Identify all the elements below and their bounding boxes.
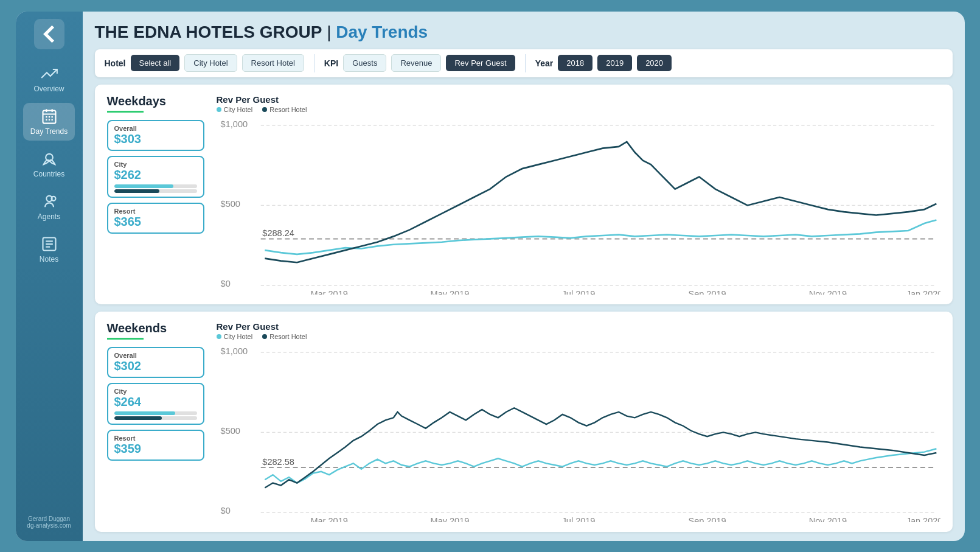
revenue-button[interactable]: Revenue	[391, 54, 441, 72]
weekdays-city-bar2-container	[114, 189, 197, 193]
weekdays-chart: Rev Per Guest City Hotel Resort Hotel $1…	[217, 94, 940, 295]
user-name: Gerard Duggan	[27, 515, 71, 522]
weekdays-svg-wrap: $1,000 $500 $0 $288.24 Mar 2019	[217, 116, 940, 295]
weekdays-svg: $1,000 $500 $0 $288.24 Mar 2019	[217, 116, 940, 295]
svg-text:$282.58: $282.58	[262, 457, 294, 467]
weekends-title: Weekends	[107, 321, 204, 335]
guests-button[interactable]: Guests	[343, 54, 386, 72]
svg-text:May 2019: May 2019	[430, 288, 469, 295]
svg-text:Jul 2019: Jul 2019	[561, 516, 595, 522]
weekends-overall-label: Overall	[114, 352, 197, 359]
app-container: Overview Day Trends	[16, 12, 965, 541]
user-site: dg-analysis.com	[27, 522, 71, 529]
weekend-city-dot	[217, 334, 221, 339]
svg-text:Mar 2019: Mar 2019	[310, 516, 347, 522]
resort-hotel-button[interactable]: Resort Hotel	[242, 54, 304, 72]
rev-per-guest-button[interactable]: Rev Per Guest	[446, 55, 515, 71]
svg-text:Nov 2019: Nov 2019	[808, 288, 846, 295]
svg-text:$500: $500	[220, 426, 240, 436]
svg-text:$0: $0	[220, 279, 230, 288]
sidebar-item-day-trends[interactable]: Day Trends	[23, 103, 75, 141]
weekends-city-bar2	[114, 416, 162, 420]
resort-hotel-dot	[262, 107, 267, 112]
weekdays-legend-resort: Resort Hotel	[262, 106, 307, 113]
year-filter-label: Year	[535, 58, 554, 68]
sidebar-item-overview[interactable]: Overview	[23, 60, 75, 98]
weekdays-city-bar2	[114, 189, 160, 193]
svg-text:Jan 2020: Jan 2020	[906, 288, 940, 295]
select-all-button[interactable]: Select all	[131, 55, 180, 71]
city-hotel-dot	[217, 107, 221, 112]
sidebar: Overview Day Trends	[16, 12, 83, 541]
title-separator: |	[327, 23, 336, 41]
weekends-kpi-title: Rev Per Guest	[217, 321, 940, 332]
weekends-city-label: City	[114, 388, 197, 395]
hotel-filter-group: Hotel Select all City Hotel Resort Hotel	[105, 54, 304, 72]
year-2020-button[interactable]: 2020	[637, 55, 672, 71]
sidebar-item-agents-label: Agents	[38, 212, 60, 221]
hotel-filter-label: Hotel	[105, 58, 126, 68]
weekends-resort-label: Resort	[114, 435, 197, 442]
weekends-overall-box: Overall $302	[107, 347, 204, 378]
filter-sep-1	[314, 54, 315, 72]
weekdays-city-value: $262	[114, 168, 197, 182]
weekdays-city-bar	[114, 184, 174, 188]
weekdays-underline	[107, 111, 144, 113]
sidebar-item-countries[interactable]: Countries	[23, 145, 75, 183]
weekdays-title: Weekdays	[107, 94, 204, 108]
weekdays-city-box: City $262	[107, 156, 204, 198]
sidebar-user-info: Gerard Duggan dg-analysis.com	[27, 515, 71, 534]
weekdays-legend: City Hotel Resort Hotel	[217, 106, 940, 113]
year-2019-button[interactable]: 2019	[597, 55, 632, 71]
sidebar-item-day-trends-label: Day Trends	[30, 127, 68, 136]
svg-text:$288.24: $288.24	[262, 228, 294, 238]
svg-text:Jan 2020: Jan 2020	[906, 516, 940, 522]
weekdays-resort-label: Resort	[114, 208, 197, 215]
svg-text:Nov 2019: Nov 2019	[808, 516, 846, 522]
svg-text:Jul 2019: Jul 2019	[561, 288, 595, 295]
back-button[interactable]	[34, 19, 64, 49]
svg-text:$1,000: $1,000	[220, 119, 247, 128]
weekends-legend: City Hotel Resort Hotel	[217, 333, 940, 340]
weekdays-overall-value: $303	[114, 132, 197, 146]
svg-text:Sep 2019: Sep 2019	[688, 288, 726, 295]
svg-text:$0: $0	[220, 506, 230, 516]
weekends-underline	[107, 338, 144, 340]
weekend-resort-dot	[262, 334, 267, 339]
city-hotel-button[interactable]: City Hotel	[184, 54, 237, 72]
weekdays-legend-city: City Hotel	[217, 106, 253, 113]
weekends-legend-resort: Resort Hotel	[262, 333, 307, 340]
brand-name: THE EDNA HOTELS GROUP	[95, 23, 322, 41]
weekends-resort-value: $359	[114, 442, 197, 456]
weekdays-overall-box: Overall $303	[107, 120, 204, 151]
weekends-overall-value: $302	[114, 359, 197, 373]
weekends-city-bar-container	[114, 411, 197, 415]
weekdays-overall-label: Overall	[114, 125, 197, 132]
charts-area: Weekdays Overall $303 City $262	[95, 85, 953, 533]
weekends-city-box: City $264	[107, 383, 204, 425]
weekdays-card: Weekdays Overall $303 City $262	[95, 85, 953, 305]
filter-sep-2	[525, 54, 526, 72]
filter-bar: Hotel Select all City Hotel Resort Hotel…	[95, 49, 953, 77]
sidebar-item-agents[interactable]: Agents	[23, 188, 75, 226]
weekends-city-value: $264	[114, 395, 197, 409]
kpi-filter-label: KPI	[324, 58, 338, 68]
svg-text:$500: $500	[220, 199, 240, 209]
weekends-city-bar2-container	[114, 416, 197, 420]
sidebar-item-countries-label: Countries	[33, 170, 64, 178]
svg-text:Sep 2019: Sep 2019	[688, 516, 726, 522]
weekends-chart: Rev Per Guest City Hotel Resort Hotel $1…	[217, 321, 940, 522]
weekdays-city-label: City	[114, 161, 197, 168]
weekends-svg: $1,000 $500 $0 $282.58 Mar 2019	[217, 343, 940, 522]
svg-text:$1,000: $1,000	[220, 346, 247, 356]
svg-text:May 2019: May 2019	[430, 516, 469, 522]
weekdays-stats: Weekdays Overall $303 City $262	[107, 94, 204, 295]
year-2018-button[interactable]: 2018	[558, 55, 593, 71]
sidebar-item-notes-label: Notes	[40, 255, 58, 264]
section-name: Day Trends	[336, 23, 428, 41]
weekdays-city-bar-container	[114, 184, 197, 188]
svg-text:Mar 2019: Mar 2019	[310, 288, 347, 295]
sidebar-item-notes[interactable]: Notes	[23, 231, 75, 268]
weekdays-resort-box: Resort $365	[107, 203, 204, 234]
weekends-legend-city: City Hotel	[217, 333, 253, 340]
